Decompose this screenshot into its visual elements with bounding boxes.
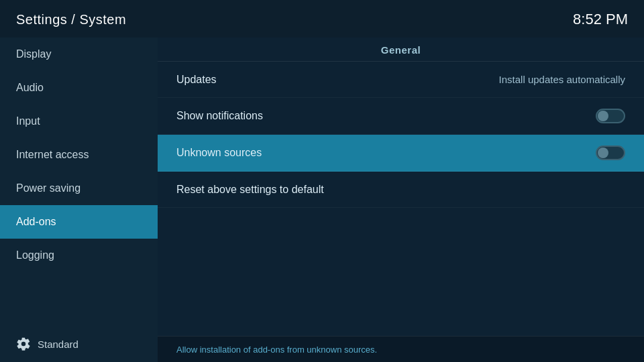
sidebar-item-internet-access[interactable]: Internet access bbox=[0, 138, 158, 172]
toggle-knob bbox=[598, 111, 608, 121]
setting-row-show-notifications[interactable]: Show notifications bbox=[158, 98, 644, 135]
sidebar-item-power-saving[interactable]: Power saving bbox=[0, 172, 158, 205]
setting-row-updates[interactable]: Updates Install updates automatically bbox=[158, 62, 644, 98]
setting-label-show-notifications: Show notifications bbox=[176, 110, 263, 122]
clock: 8:52 PM bbox=[573, 11, 628, 28]
gear-icon bbox=[16, 337, 31, 351]
setting-value-updates: Install updates automatically bbox=[499, 74, 625, 85]
setting-label-updates: Updates bbox=[176, 74, 217, 86]
sidebar-item-add-ons[interactable]: Add-ons bbox=[0, 205, 158, 239]
content-area: General Updates Install updates automati… bbox=[158, 38, 644, 362]
toggle-knob-unknown-sources bbox=[598, 147, 608, 158]
header: Settings / System 8:52 PM bbox=[0, 0, 644, 38]
setting-row-unknown-sources[interactable]: Unknown sources bbox=[158, 135, 644, 172]
settings-level-label: Standard bbox=[38, 339, 78, 350]
setting-label-unknown-sources: Unknown sources bbox=[176, 147, 262, 159]
setting-row-reset[interactable]: Reset above settings to default bbox=[158, 172, 644, 208]
sidebar-item-audio[interactable]: Audio bbox=[0, 71, 158, 105]
sidebar-item-display[interactable]: Display bbox=[0, 38, 158, 71]
sidebar-nav: Display Audio Input Internet access Powe… bbox=[0, 38, 158, 326]
sidebar-footer: Standard bbox=[0, 326, 158, 362]
page-title: Settings / System bbox=[16, 12, 126, 27]
toggle-unknown-sources[interactable] bbox=[596, 145, 625, 160]
settings-list: Updates Install updates automatically Sh… bbox=[158, 62, 644, 336]
setting-label-reset: Reset above settings to default bbox=[176, 184, 324, 196]
sidebar-item-logging[interactable]: Logging bbox=[0, 239, 158, 272]
footer-bar: Allow installation of add-ons from unkno… bbox=[158, 336, 644, 362]
toggle-show-notifications[interactable] bbox=[596, 109, 625, 123]
sidebar: Display Audio Input Internet access Powe… bbox=[0, 38, 158, 362]
section-header: General bbox=[158, 38, 644, 62]
main-layout: Display Audio Input Internet access Powe… bbox=[0, 38, 644, 362]
footer-hint: Allow installation of add-ons from unkno… bbox=[176, 345, 377, 355]
sidebar-item-input[interactable]: Input bbox=[0, 105, 158, 138]
